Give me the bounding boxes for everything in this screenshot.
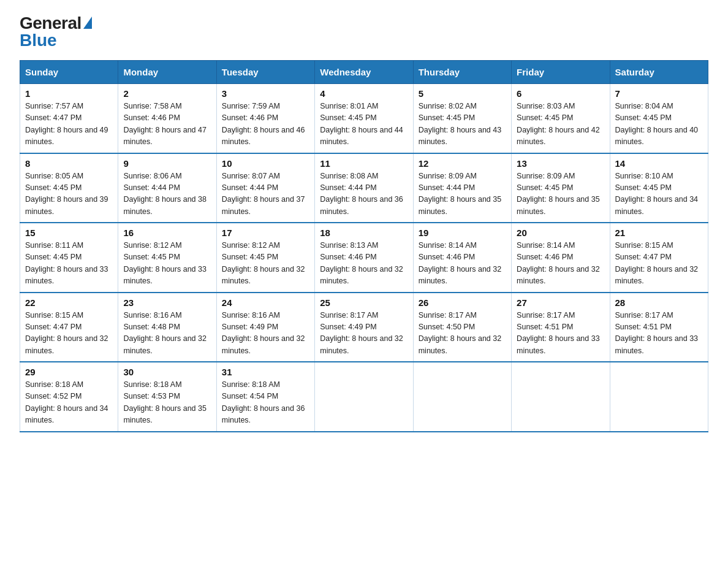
calendar-cell: 4 Sunrise: 8:01 AMSunset: 4:45 PMDayligh… xyxy=(315,84,413,153)
calendar-cell: 3 Sunrise: 7:59 AMSunset: 4:46 PMDayligh… xyxy=(216,84,314,153)
calendar-week-row: 15 Sunrise: 8:11 AMSunset: 4:45 PMDaylig… xyxy=(20,223,708,293)
day-number: 17 xyxy=(222,228,309,238)
calendar-cell: 19 Sunrise: 8:14 AMSunset: 4:46 PMDaylig… xyxy=(413,223,511,293)
calendar-cell: 24 Sunrise: 8:16 AMSunset: 4:49 PMDaylig… xyxy=(216,293,314,362)
day-number: 18 xyxy=(320,228,408,238)
day-detail: Sunrise: 8:05 AMSunset: 4:45 PMDaylight:… xyxy=(25,172,108,216)
calendar-cell xyxy=(413,362,511,432)
calendar-cell: 7 Sunrise: 8:04 AMSunset: 4:45 PMDayligh… xyxy=(610,84,708,153)
day-number: 29 xyxy=(25,367,113,377)
calendar-cell: 14 Sunrise: 8:10 AMSunset: 4:45 PMDaylig… xyxy=(610,153,708,223)
header-wednesday: Wednesday xyxy=(315,61,413,84)
calendar-week-row: 29 Sunrise: 8:18 AMSunset: 4:52 PMDaylig… xyxy=(20,362,708,432)
day-number: 8 xyxy=(25,158,113,169)
day-detail: Sunrise: 8:14 AMSunset: 4:46 PMDaylight:… xyxy=(517,241,600,285)
day-detail: Sunrise: 8:07 AMSunset: 4:44 PMDaylight:… xyxy=(222,172,305,216)
day-number: 19 xyxy=(419,228,506,238)
day-detail: Sunrise: 8:16 AMSunset: 4:49 PMDaylight:… xyxy=(222,311,305,355)
calendar-cell: 23 Sunrise: 8:16 AMSunset: 4:48 PMDaylig… xyxy=(118,293,216,362)
calendar-week-row: 1 Sunrise: 7:57 AMSunset: 4:47 PMDayligh… xyxy=(20,84,708,153)
day-detail: Sunrise: 7:57 AMSunset: 4:47 PMDaylight:… xyxy=(25,102,108,146)
day-number: 10 xyxy=(222,158,309,169)
day-detail: Sunrise: 8:09 AMSunset: 4:44 PMDaylight:… xyxy=(419,172,502,216)
day-number: 21 xyxy=(615,228,703,238)
header-sunday: Sunday xyxy=(20,61,118,84)
day-number: 3 xyxy=(222,88,309,99)
day-number: 26 xyxy=(419,297,506,308)
day-number: 11 xyxy=(320,158,408,169)
calendar-cell: 26 Sunrise: 8:17 AMSunset: 4:50 PMDaylig… xyxy=(413,293,511,362)
logo-triangle-icon xyxy=(83,17,92,29)
calendar-cell xyxy=(315,362,413,432)
calendar-cell: 13 Sunrise: 8:09 AMSunset: 4:45 PMDaylig… xyxy=(512,153,610,223)
day-detail: Sunrise: 8:17 AMSunset: 4:51 PMDaylight:… xyxy=(517,311,600,355)
calendar-cell: 1 Sunrise: 7:57 AMSunset: 4:47 PMDayligh… xyxy=(20,84,118,153)
day-detail: Sunrise: 8:16 AMSunset: 4:48 PMDaylight:… xyxy=(123,311,207,355)
day-number: 12 xyxy=(419,158,506,169)
day-number: 15 xyxy=(25,228,113,238)
calendar-cell: 29 Sunrise: 8:18 AMSunset: 4:52 PMDaylig… xyxy=(20,362,118,432)
calendar-header-row: SundayMondayTuesdayWednesdayThursdayFrid… xyxy=(20,61,708,84)
calendar-week-row: 22 Sunrise: 8:15 AMSunset: 4:47 PMDaylig… xyxy=(20,293,708,362)
calendar-cell: 15 Sunrise: 8:11 AMSunset: 4:45 PMDaylig… xyxy=(20,223,118,293)
calendar-cell: 2 Sunrise: 7:58 AMSunset: 4:46 PMDayligh… xyxy=(118,84,216,153)
header-thursday: Thursday xyxy=(413,61,511,84)
calendar-cell: 10 Sunrise: 8:07 AMSunset: 4:44 PMDaylig… xyxy=(216,153,314,223)
day-detail: Sunrise: 7:58 AMSunset: 4:46 PMDaylight:… xyxy=(123,102,207,146)
calendar-cell: 31 Sunrise: 8:18 AMSunset: 4:54 PMDaylig… xyxy=(216,362,314,432)
day-number: 6 xyxy=(517,88,604,99)
day-number: 25 xyxy=(320,297,408,308)
day-number: 5 xyxy=(419,88,506,99)
day-detail: Sunrise: 8:06 AMSunset: 4:44 PMDaylight:… xyxy=(123,172,207,216)
day-number: 7 xyxy=(615,88,703,99)
calendar-table: SundayMondayTuesdayWednesdayThursdayFrid… xyxy=(20,60,708,432)
day-number: 13 xyxy=(517,158,604,169)
calendar-cell: 16 Sunrise: 8:12 AMSunset: 4:45 PMDaylig… xyxy=(118,223,216,293)
day-number: 14 xyxy=(615,158,703,169)
day-number: 16 xyxy=(123,228,211,238)
day-detail: Sunrise: 7:59 AMSunset: 4:46 PMDaylight:… xyxy=(222,102,305,146)
header-monday: Monday xyxy=(118,61,216,84)
calendar-cell: 11 Sunrise: 8:08 AMSunset: 4:44 PMDaylig… xyxy=(315,153,413,223)
logo-blue-text: Blue xyxy=(20,32,57,49)
calendar-cell: 30 Sunrise: 8:18 AMSunset: 4:53 PMDaylig… xyxy=(118,362,216,432)
calendar-cell: 21 Sunrise: 8:15 AMSunset: 4:47 PMDaylig… xyxy=(610,223,708,293)
day-number: 23 xyxy=(123,297,211,308)
calendar-cell: 22 Sunrise: 8:15 AMSunset: 4:47 PMDaylig… xyxy=(20,293,118,362)
calendar-cell xyxy=(610,362,708,432)
day-detail: Sunrise: 8:08 AMSunset: 4:44 PMDaylight:… xyxy=(320,172,403,216)
calendar-week-row: 8 Sunrise: 8:05 AMSunset: 4:45 PMDayligh… xyxy=(20,153,708,223)
day-number: 9 xyxy=(123,158,211,169)
day-detail: Sunrise: 8:14 AMSunset: 4:46 PMDaylight:… xyxy=(419,241,502,285)
calendar-cell: 28 Sunrise: 8:17 AMSunset: 4:51 PMDaylig… xyxy=(610,293,708,362)
day-number: 24 xyxy=(222,297,309,308)
day-detail: Sunrise: 8:01 AMSunset: 4:45 PMDaylight:… xyxy=(320,102,403,146)
day-number: 20 xyxy=(517,228,604,238)
day-detail: Sunrise: 8:17 AMSunset: 4:51 PMDaylight:… xyxy=(615,311,699,355)
day-number: 2 xyxy=(123,88,211,99)
calendar-cell: 20 Sunrise: 8:14 AMSunset: 4:46 PMDaylig… xyxy=(512,223,610,293)
header-friday: Friday xyxy=(512,61,610,84)
calendar-cell: 27 Sunrise: 8:17 AMSunset: 4:51 PMDaylig… xyxy=(512,293,610,362)
day-detail: Sunrise: 8:12 AMSunset: 4:45 PMDaylight:… xyxy=(222,241,305,285)
day-detail: Sunrise: 8:02 AMSunset: 4:45 PMDaylight:… xyxy=(419,102,502,146)
day-detail: Sunrise: 8:03 AMSunset: 4:45 PMDaylight:… xyxy=(517,102,600,146)
calendar-cell: 18 Sunrise: 8:13 AMSunset: 4:46 PMDaylig… xyxy=(315,223,413,293)
calendar-cell: 6 Sunrise: 8:03 AMSunset: 4:45 PMDayligh… xyxy=(512,84,610,153)
logo: General Blue xyxy=(20,15,92,49)
day-number: 28 xyxy=(615,297,703,308)
day-number: 27 xyxy=(517,297,604,308)
day-number: 1 xyxy=(25,88,113,99)
header-tuesday: Tuesday xyxy=(216,61,314,84)
day-detail: Sunrise: 8:15 AMSunset: 4:47 PMDaylight:… xyxy=(615,241,699,285)
page-header: General Blue xyxy=(20,15,708,49)
day-detail: Sunrise: 8:18 AMSunset: 4:54 PMDaylight:… xyxy=(222,380,305,424)
day-detail: Sunrise: 8:12 AMSunset: 4:45 PMDaylight:… xyxy=(123,241,207,285)
day-detail: Sunrise: 8:09 AMSunset: 4:45 PMDaylight:… xyxy=(517,172,600,216)
day-detail: Sunrise: 8:04 AMSunset: 4:45 PMDaylight:… xyxy=(615,102,699,146)
day-detail: Sunrise: 8:11 AMSunset: 4:45 PMDaylight:… xyxy=(25,241,108,285)
calendar-cell: 8 Sunrise: 8:05 AMSunset: 4:45 PMDayligh… xyxy=(20,153,118,223)
day-detail: Sunrise: 8:10 AMSunset: 4:45 PMDaylight:… xyxy=(615,172,699,216)
day-detail: Sunrise: 8:17 AMSunset: 4:49 PMDaylight:… xyxy=(320,311,403,355)
logo-general-text: General xyxy=(20,15,82,32)
